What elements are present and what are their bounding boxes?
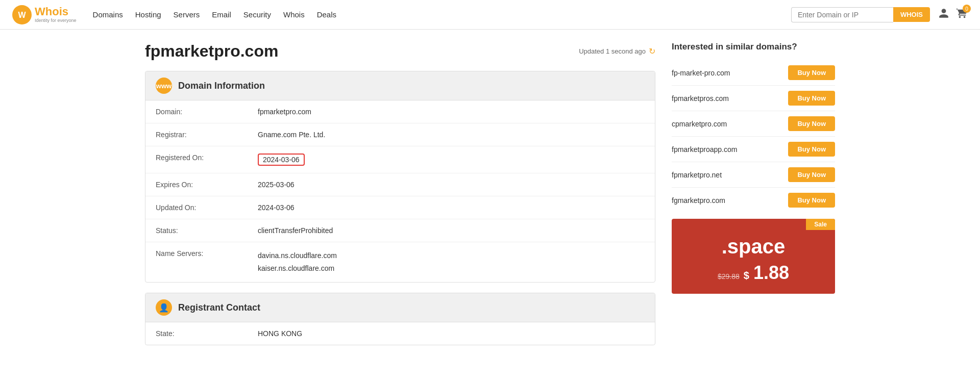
table-row: State: HONG KONG [145,322,655,345]
brand-name: Whois [35,6,77,18]
suggestion-domain-4: fpmarketproapp.com [672,145,737,154]
table-row: Updated On: 2024-03-06 [145,196,655,219]
cart-icon-button[interactable]: 0 [957,8,968,21]
svg-text:W: W [18,11,26,19]
field-value: HONG KONG [248,322,655,345]
suggestion-domain-3: cpmarketpro.com [672,120,727,128]
cart-badge: 0 [963,5,971,13]
right-sidebar: Interested in similar domains? fp-market… [672,42,835,355]
domain-suggestion-6: fgmarketpro.com Buy Now [672,188,835,213]
registrant-table: State: HONG KONG [145,322,655,345]
left-content: fpmarketpro.com Updated 1 second ago ↻ w… [145,42,655,355]
updated-text: Updated 1 second ago [579,47,646,55]
sale-price-row: $29.88 $ 1.88 [682,262,825,284]
field-label: Registrar: [145,123,248,146]
nameserver-1: davina.ns.cloudflare.com [258,249,645,262]
domain-suggestion-2: fpmarketpros.com Buy Now [672,86,835,111]
buy-button-1[interactable]: Buy Now [788,65,835,80]
field-value: 2024-03-06 [248,196,655,219]
field-value: clientTransferProhibited [248,219,655,242]
field-value: fpmarketpro.com [248,100,655,123]
nav-whois[interactable]: Whois [283,10,305,19]
registrant-contact-header: 👤 Registrant Contact [145,293,655,322]
domain-info-header: www Domain Information [145,71,655,100]
suggestion-domain-6: fgmarketpro.com [672,196,725,205]
domain-info-icon: www [156,78,172,94]
nameserver-2: kaiser.ns.cloudflare.com [258,262,645,275]
sidebar-title: Interested in similar domains? [672,42,835,52]
nav-icons: 0 [938,8,968,21]
brand-tagline: Identity for everyone [35,18,77,23]
buy-button-6[interactable]: Buy Now [788,193,835,208]
buy-button-2[interactable]: Buy Now [788,91,835,106]
field-value-registered: 2024-03-06 [248,146,655,173]
nav-servers[interactable]: Servers [174,10,200,19]
table-row: Domain: fpmarketpro.com [145,100,655,123]
registrant-icon: 👤 [156,299,172,316]
table-row: Registrar: Gname.com Pte. Ltd. [145,123,655,146]
user-icon-button[interactable] [938,8,949,21]
suggestion-domain-5: fpmarketpro.net [672,171,722,179]
domain-suggestion-1: fp-market-pro.com Buy Now [672,60,835,86]
table-row: Name Servers: davina.ns.cloudflare.com k… [145,242,655,283]
nav-links: Domains Hosting Servers Email Security W… [93,10,336,19]
updated-info: Updated 1 second ago ↻ [579,46,655,56]
search-area: WHOIS [791,7,930,22]
sale-amount: 1.88 [753,262,789,284]
sale-original-price: $29.88 [718,272,740,280]
registrant-title: Registrant Contact [178,302,260,313]
logo-icon: W [12,5,32,24]
sale-currency: $ [744,270,749,282]
logo[interactable]: W Whois Identity for everyone [12,5,77,24]
buy-button-4[interactable]: Buy Now [788,142,835,157]
buy-button-5[interactable]: Buy Now [788,167,835,182]
user-icon [938,8,949,19]
table-row: Registered On: 2024-03-06 [145,146,655,173]
domain-suggestion-4: fpmarketproapp.com Buy Now [672,137,835,162]
search-button[interactable]: WHOIS [893,7,930,22]
navigation: W Whois Identity for everyone Domains Ho… [0,0,980,30]
search-input[interactable] [791,7,893,22]
main-container: fpmarketpro.com Updated 1 second ago ↻ w… [133,30,847,355]
sale-tld: .space [682,235,825,258]
field-label: Updated On: [145,196,248,219]
nav-hosting[interactable]: Hosting [135,10,161,19]
field-value: 2025-03-06 [248,173,655,196]
domain-suggestions: fp-market-pro.com Buy Now fpmarketpros.c… [672,60,835,213]
field-label: Name Servers: [145,242,248,283]
nameserver-list: davina.ns.cloudflare.com kaiser.ns.cloud… [258,249,645,275]
table-row: Status: clientTransferProhibited [145,219,655,242]
buy-button-3[interactable]: Buy Now [788,116,835,131]
domain-info-title: Domain Information [178,81,265,91]
domain-info-table: Domain: fpmarketpro.com Registrar: Gname… [145,100,655,282]
field-label: Registered On: [145,146,248,173]
table-row: Expires On: 2025-03-06 [145,173,655,196]
nav-security[interactable]: Security [243,10,271,19]
field-label: State: [145,322,248,345]
refresh-icon[interactable]: ↻ [649,46,655,56]
nav-deals[interactable]: Deals [317,10,336,19]
domain-suggestion-3: cpmarketpro.com Buy Now [672,111,835,137]
field-label: Status: [145,219,248,242]
field-value-nameservers: davina.ns.cloudflare.com kaiser.ns.cloud… [248,242,655,283]
nav-email[interactable]: Email [212,10,231,19]
field-label: Expires On: [145,173,248,196]
domain-suggestion-5: fpmarketpro.net Buy Now [672,162,835,188]
suggestion-domain-1: fp-market-pro.com [672,69,730,77]
suggestion-domain-2: fpmarketpros.com [672,94,729,103]
nav-domains[interactable]: Domains [93,10,123,19]
page-title-row: fpmarketpro.com Updated 1 second ago ↻ [145,42,655,61]
sale-card: Sale .space $29.88 $ 1.88 [672,219,835,294]
field-label: Domain: [145,100,248,123]
field-value: Gname.com Pte. Ltd. [248,123,655,146]
domain-info-card: www Domain Information Domain: fpmarketp… [145,71,655,283]
page-title: fpmarketpro.com [145,42,278,61]
sale-badge: Sale [806,219,835,230]
registrant-contact-card: 👤 Registrant Contact State: HONG KONG [145,293,655,345]
registered-date-highlight: 2024-03-06 [258,154,305,166]
